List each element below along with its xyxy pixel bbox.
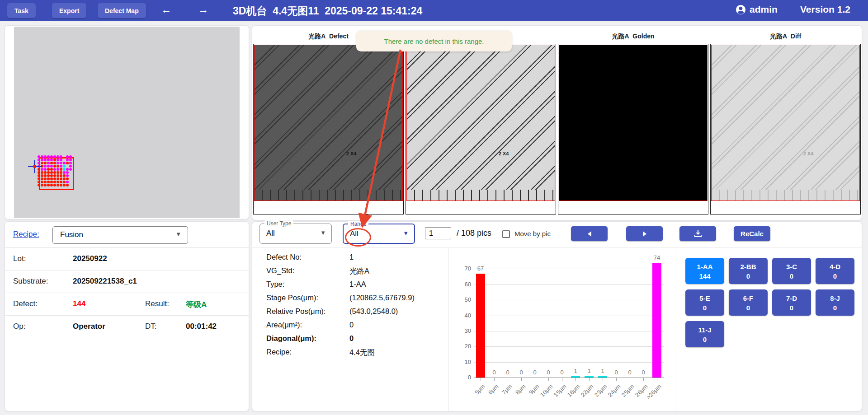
- defect-dot: [57, 165, 59, 168]
- op-value: Operator: [73, 322, 105, 331]
- defect-dot: [66, 171, 69, 174]
- defect-map-button[interactable]: Defect Map: [98, 3, 146, 18]
- defect-dot: [44, 159, 47, 161]
- forward-arrow-icon[interactable]: →: [198, 4, 208, 16]
- defect-dot: [47, 181, 50, 183]
- range-select[interactable]: Range All ▼: [343, 224, 415, 244]
- defect-dot: [53, 155, 56, 158]
- top-bar: Task Export Defect Map ← → 3D机台 4.4无图11 …: [0, 0, 868, 21]
- type-button-3-C[interactable]: 3-C0: [772, 258, 811, 284]
- gridline: [474, 269, 664, 269]
- type-button-1-AA[interactable]: 1-AA144: [685, 258, 724, 284]
- bar-22μm: [585, 376, 594, 378]
- y-axis-tick-label: 20: [459, 343, 471, 350]
- defect-info-list: Defect No:1VG_Std:光路AType:1-AAStage Pos(…: [266, 251, 443, 359]
- type-button-11-J[interactable]: 11-J0: [685, 321, 724, 347]
- type-button-4-D[interactable]: 4-D0: [816, 258, 854, 284]
- substrate-row: Substrate: 202509221538_c1: [5, 270, 249, 293]
- pane-image[interactable]: 2 X4: [406, 45, 555, 201]
- image-pane-4: 光路A_Diff2 X4: [710, 29, 861, 214]
- dt-value: 00:01:42: [186, 322, 217, 331]
- prev-pic-button[interactable]: [571, 226, 608, 241]
- defect-count-label: Defect:: [13, 299, 38, 308]
- x-axis-tick: [481, 378, 481, 381]
- defect-dot: [60, 174, 62, 177]
- defect-dot: [44, 174, 47, 177]
- defect-dot: [41, 162, 43, 164]
- defect-dot: [53, 159, 56, 161]
- lot-row: Lot: 20250922: [5, 248, 249, 270]
- pane-bottom-strip: [407, 190, 555, 201]
- defect-dot: [44, 165, 47, 168]
- divider: [448, 247, 448, 411]
- result-value: 等级A: [186, 299, 207, 310]
- type-button-5-E[interactable]: 5-E0: [685, 289, 724, 316]
- recipe-link[interactable]: Recipe:: [13, 230, 39, 238]
- x-axis-tick: [494, 378, 495, 381]
- defect-map-canvas[interactable]: [14, 27, 240, 218]
- user-menu[interactable]: admin: [736, 4, 778, 15]
- type-button-6-F[interactable]: 6-F0: [729, 289, 768, 316]
- defect-dot: [50, 177, 53, 180]
- pane-image[interactable]: 2 X4: [711, 45, 860, 201]
- user-type-label: User Type: [264, 220, 293, 227]
- defect-dot: [69, 155, 72, 158]
- defect-dot: [50, 155, 53, 158]
- task-button[interactable]: Task: [7, 3, 36, 18]
- defect-dot: [63, 177, 66, 180]
- download-button[interactable]: [679, 226, 716, 241]
- defect-dot: [47, 155, 50, 158]
- export-button[interactable]: Export: [52, 3, 86, 18]
- defect-info-label: Defect No:: [266, 253, 302, 261]
- defect-dot: [47, 184, 50, 187]
- pane-image[interactable]: [559, 45, 708, 201]
- x-axis-tick: [630, 378, 630, 381]
- defect-dot: [69, 159, 72, 161]
- recalc-button[interactable]: ReCalc: [734, 226, 770, 241]
- defect-info-row: Type:1-AA: [266, 278, 443, 291]
- defect-dot: [63, 171, 66, 174]
- defect-dot: [44, 177, 47, 180]
- bar-value-label: 0: [609, 369, 624, 376]
- pane-title: 光路A_Golden: [558, 29, 708, 44]
- defect-dot: [53, 162, 56, 164]
- type-button-label: 2-BB: [731, 262, 765, 271]
- x-axis-tick: [603, 378, 603, 381]
- pane-frame: 2 X4: [406, 44, 556, 214]
- defect-dot: [63, 168, 66, 171]
- type-button-label: 6-F: [731, 294, 765, 303]
- move-by-pic-checkbox[interactable]: [502, 230, 510, 238]
- defect-map-card: [5, 25, 249, 219]
- pic-index-input[interactable]: [425, 227, 451, 239]
- defect-dot: [38, 159, 40, 161]
- bar-5μm: [476, 274, 485, 378]
- user-type-select[interactable]: User Type All ▼: [259, 224, 332, 244]
- type-button-2-BB[interactable]: 2-BB0: [729, 258, 768, 284]
- defect-dot: [47, 159, 50, 161]
- user-type-value: All: [266, 229, 275, 238]
- bar-16μm: [571, 376, 580, 378]
- x-axis-tick: [562, 378, 562, 381]
- defect-dot: [44, 162, 47, 164]
- download-icon: [694, 230, 702, 238]
- chevron-down-icon: ▼: [175, 231, 181, 238]
- back-arrow-icon[interactable]: ←: [161, 4, 171, 16]
- defect-dot: [41, 177, 43, 180]
- pic-total-label: / 108 pics: [457, 228, 491, 238]
- defect-dot: [53, 181, 56, 183]
- gridline: [474, 331, 664, 331]
- type-button-8-J[interactable]: 8-J0: [816, 289, 854, 316]
- defect-dot: [47, 168, 50, 171]
- defect-dot: [44, 168, 47, 171]
- recipe-select[interactable]: Fusion ▼: [52, 226, 188, 244]
- defect-dot: [38, 184, 40, 187]
- defect-info-value: (120862.5,67679.9): [349, 294, 415, 302]
- next-pic-button[interactable]: [626, 226, 663, 241]
- type-button-7-D[interactable]: 7-D0: [772, 289, 811, 316]
- defect-info-value: 1-AA: [349, 280, 366, 289]
- type-button-count: 0: [688, 303, 722, 312]
- defect-dot: [50, 171, 53, 174]
- defect-info-row: Area(μm²):0: [266, 318, 443, 332]
- pane-image[interactable]: 2 X4: [254, 45, 403, 201]
- image-panes-card: 光路A_Defect2 X42 X4光路A_Golden光路A_Diff2 X4: [252, 25, 862, 220]
